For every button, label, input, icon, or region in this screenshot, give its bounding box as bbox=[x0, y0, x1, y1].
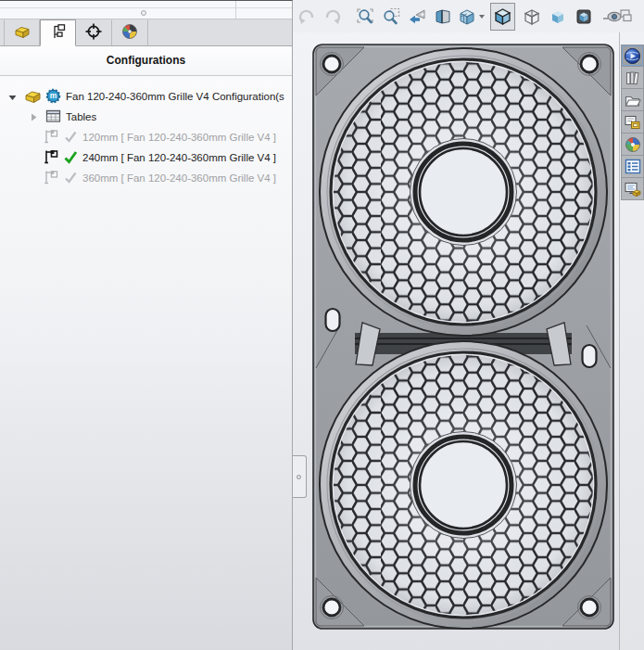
graphics-area[interactable] bbox=[293, 32, 619, 650]
solidworks-resources-tab[interactable] bbox=[621, 45, 644, 67]
view-orientation-dropdown[interactable] bbox=[477, 3, 486, 31]
design-library-tab[interactable] bbox=[621, 67, 644, 89]
previous-view-button[interactable] bbox=[405, 3, 429, 31]
tree-row-root[interactable]: m Fan 120-240-360mm Grille V4 Configurat… bbox=[0, 86, 292, 107]
color-wheel-icon bbox=[121, 23, 138, 44]
section-view-button[interactable] bbox=[431, 3, 455, 31]
tab-display-manager[interactable] bbox=[112, 19, 148, 45]
zoom-to-fit-button[interactable] bbox=[353, 3, 377, 31]
tree-row-config-120mm[interactable]: 120mm [ Fan 120-240-360mm Grille V4 ] bbox=[0, 127, 292, 147]
check-icon bbox=[63, 171, 78, 186]
panel-title: Configurations bbox=[0, 46, 292, 76]
configuration-flag-icon bbox=[43, 149, 59, 166]
config-label: 360mm [ Fan 120-240-360mm Grille V4 ] bbox=[82, 172, 276, 184]
view-palette-tab[interactable] bbox=[621, 111, 644, 134]
heads-up-view-toolbar bbox=[293, 0, 644, 32]
target-icon bbox=[84, 22, 103, 45]
expand-arrow-icon[interactable] bbox=[27, 112, 40, 122]
panel-top-vline bbox=[235, 1, 236, 19]
undo-button[interactable] bbox=[295, 3, 319, 31]
fan-grille-model[interactable] bbox=[312, 44, 614, 630]
display-style-shaded-edges-button[interactable] bbox=[572, 3, 596, 31]
panel-top-divider bbox=[0, 7, 292, 8]
configurations-icon bbox=[50, 23, 67, 44]
view-orientation-button[interactable] bbox=[457, 3, 477, 31]
panel-resize-grip[interactable] bbox=[141, 10, 146, 16]
custom-properties-tab[interactable] bbox=[621, 156, 644, 178]
part-icon bbox=[24, 88, 42, 106]
panel-top-strip bbox=[0, 1, 292, 19]
display-style-button-selected[interactable] bbox=[490, 3, 515, 31]
tab-configuration-manager[interactable] bbox=[40, 19, 76, 46]
file-explorer-tab[interactable] bbox=[621, 89, 644, 111]
appearances-scenes-tab[interactable] bbox=[621, 134, 644, 156]
configuration-tree: m Fan 120-240-360mm Grille V4 Configurat… bbox=[0, 76, 292, 188]
check-icon bbox=[63, 130, 78, 146]
table-icon bbox=[45, 108, 61, 125]
part-icon bbox=[14, 23, 31, 44]
root-label: Fan 120-240-360mm Grille V4 Configuratio… bbox=[66, 91, 284, 102]
tab-feature-manager[interactable] bbox=[4, 19, 40, 45]
tables-label: Tables bbox=[66, 111, 96, 122]
panel-splitter-grip[interactable] bbox=[293, 455, 307, 498]
config-label: 120mm [ Fan 120-240-360mm Grille V4 ] bbox=[82, 132, 276, 143]
tree-row-config-360mm[interactable]: 360mm [ Fan 120-240-360mm Grille V4 ] bbox=[0, 168, 292, 188]
config-label: 240mm [ Fan 120-240-360mm Grille V4 ] bbox=[82, 152, 276, 163]
solidworks-forum-tab[interactable] bbox=[621, 178, 644, 200]
redo-button[interactable] bbox=[321, 3, 345, 31]
check-icon-active bbox=[63, 150, 78, 166]
manager-tab-bar bbox=[0, 19, 292, 46]
tree-row-tables[interactable]: Tables bbox=[0, 107, 292, 127]
solidworks-window: Configurations bbox=[0, 0, 644, 650]
hide-show-items-button[interactable] bbox=[601, 3, 633, 31]
tree-row-config-240mm[interactable]: 240mm [ Fan 120-240-360mm Grille V4 ] bbox=[0, 147, 292, 168]
svg-text:m: m bbox=[50, 91, 57, 100]
display-style-wireframe-button[interactable] bbox=[520, 3, 544, 31]
zoom-to-area-button[interactable] bbox=[379, 3, 403, 31]
tab-dimxpert-manager[interactable] bbox=[76, 19, 112, 45]
task-pane-tabs bbox=[621, 45, 644, 200]
configuration-flag-icon bbox=[43, 170, 59, 186]
display-style-shaded-button[interactable] bbox=[546, 3, 570, 31]
manager-panel: Configurations bbox=[0, 0, 293, 650]
configuration-flag-icon bbox=[43, 129, 59, 146]
configuration-gear-icon: m bbox=[45, 88, 61, 106]
grip-dot bbox=[297, 475, 301, 479]
collapse-expander-icon[interactable] bbox=[6, 92, 19, 102]
